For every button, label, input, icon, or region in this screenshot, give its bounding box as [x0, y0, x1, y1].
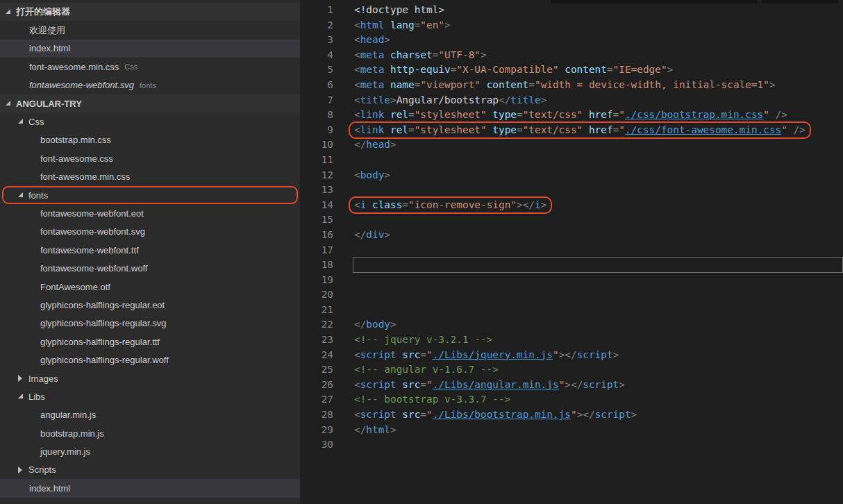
code-line-4[interactable]: 4<meta charset="UTF-8"> [300, 48, 843, 63]
file-item-index-html[interactable]: index.html [0, 479, 300, 497]
code-line-22[interactable]: 22</body> [300, 317, 843, 333]
code-line-13[interactable]: 13 [300, 183, 843, 198]
line-number[interactable]: 7 [300, 93, 333, 108]
line-number[interactable]: 11 [300, 153, 333, 168]
file-path-link[interactable]: ./Libs/angular.min.js [433, 379, 559, 390]
code-line-3[interactable]: 3<head> [300, 33, 843, 48]
file-item-font-awesome-min-css[interactable]: font-awesome.min.cssCss [0, 58, 300, 76]
code-editor[interactable]: 1<!doctype html>2<html lang="en">3<head>… [300, 0, 843, 504]
folder-item-images[interactable]: Images [0, 369, 300, 387]
code-line-7[interactable]: 7<title>Angular/bootstrap</title> [300, 93, 843, 108]
line-number[interactable]: 5 [300, 62, 333, 78]
chevron-expanded-icon[interactable] [18, 394, 23, 398]
code-line-6[interactable]: 6<meta name="viewport" content="width = … [300, 78, 843, 93]
file-path-link[interactable]: ./css/bootstrap.min.css [625, 109, 763, 120]
code-line-9[interactable]: 9<link rel="stylesheet" type="text/css" … [300, 123, 843, 138]
chevron-expanded-icon[interactable] [6, 9, 10, 14]
line-number[interactable]: 21 [300, 303, 333, 318]
code-line-27[interactable]: 27<!-- bootstrap v-3.3.7 --> [300, 392, 843, 408]
line-number[interactable]: 16 [300, 228, 333, 243]
line-number[interactable]: 23 [300, 333, 333, 348]
file-item-welcome[interactable]: 欢迎使用 [0, 21, 300, 39]
line-number[interactable]: 25 [300, 362, 333, 378]
code-line-18[interactable]: 18 [300, 258, 843, 273]
file-item-fontawesome-webfont-svg[interactable]: fontawesome-webfont.svgfonts [0, 76, 300, 94]
code-line-29[interactable]: 29</html> [300, 423, 843, 438]
code-line-8[interactable]: 8<link rel="stylesheet" type="text/css" … [300, 108, 843, 123]
code-line-25[interactable]: 25<!-- angular v-1.6.7 --> [300, 362, 843, 378]
line-number[interactable]: 14 [300, 198, 333, 213]
line-number[interactable]: 27 [300, 392, 333, 408]
file-item-font-awesome-css[interactable]: font-awesome.css [0, 149, 300, 167]
file-item-fontawesome-webfont-ttf[interactable]: fontawesome-webfont.ttf [0, 241, 300, 259]
file-item-fontawesome-webfont-woff[interactable]: fontawesome-webfont.woff [0, 259, 300, 277]
line-number[interactable]: 19 [300, 273, 333, 288]
code-line-15[interactable]: 15 [300, 212, 843, 228]
code-line-12[interactable]: 12<body> [300, 168, 843, 183]
code-line-20[interactable]: 20 [300, 287, 843, 303]
file-item-glyphicons-halflings-regular-ttf[interactable]: glyphicons-halflings-regular.ttf [0, 333, 300, 351]
line-number[interactable]: 29 [300, 423, 333, 438]
chevron-expanded-icon[interactable] [18, 119, 23, 124]
line-number[interactable]: 13 [300, 183, 333, 198]
file-item-index-html[interactable]: index.html [0, 40, 300, 58]
code-line-5[interactable]: 5<meta http-equiv="X-UA-Compatible" cont… [300, 62, 843, 78]
line-number[interactable]: 24 [300, 348, 333, 363]
folder-item-scripts[interactable]: Scripts [0, 461, 300, 479]
file-item-jquery-min-js[interactable]: jquery.min.js [0, 442, 300, 460]
line-number[interactable]: 2 [300, 18, 333, 33]
line-number[interactable]: 9 [300, 123, 333, 138]
code-line-24[interactable]: 24<script src="./Libs/jquery.min.js"></s… [300, 348, 843, 363]
line-number[interactable]: 17 [300, 243, 333, 258]
section-header-angular-try[interactable]: ANGULAR-TRY [0, 94, 300, 112]
file-item-angular-min-js[interactable]: angular.min.js [0, 406, 300, 424]
file-item-glyphicons-halflings-regular-svg[interactable]: glyphicons-halflings-regular.svg [0, 314, 300, 333]
code-line-11[interactable]: 11 [300, 153, 843, 168]
code-line-30[interactable]: 30 [300, 437, 843, 453]
folder-item-css[interactable]: Css [0, 112, 300, 131]
file-path-link[interactable]: ./Libs/jquery.min.js [433, 349, 553, 360]
file-item-glyphicons-halflings-regular-eot[interactable]: glyphicons-halflings-regular.eot [0, 296, 300, 314]
file-item-glyphicons-halflings-regular-woff[interactable]: glyphicons-halflings-regular.woff [0, 351, 300, 369]
code-line-19[interactable]: 19 [300, 273, 843, 288]
file-item-fontawesome-otf[interactable]: FontAwesome.otf [0, 278, 300, 296]
code-line-23[interactable]: 23<!-- jquery v-3.2.1 --> [300, 333, 843, 348]
line-number[interactable]: 3 [300, 33, 333, 48]
line-number[interactable]: 1 [300, 3, 333, 18]
folder-item-fonts[interactable]: fonts [0, 186, 300, 204]
file-item-fontawesome-webfont-svg[interactable]: fontawesome-webfont.svg [0, 223, 300, 241]
chevron-expanded-icon[interactable] [18, 192, 23, 197]
line-number[interactable]: 12 [300, 168, 333, 183]
file-item-bootstrap-min-css[interactable]: bootstrap.min.css [0, 131, 300, 149]
line-number[interactable]: 20 [300, 287, 333, 303]
code-line-26[interactable]: 26<script src="./Libs/angular.min.js"></… [300, 378, 843, 393]
file-item-fontawesome-webfont-eot[interactable]: fontawesome-webfont.eot [0, 204, 300, 222]
code-line-21[interactable]: 21 [300, 303, 843, 318]
section-header-open-editors[interactable]: 打开的编辑器 [0, 3, 300, 21]
code-line-16[interactable]: 16</div> [300, 228, 843, 243]
code-line-2[interactable]: 2<html lang="en"> [300, 18, 843, 33]
line-number[interactable]: 18 [300, 258, 333, 273]
line-number[interactable]: 26 [300, 378, 333, 393]
folder-item-libs[interactable]: Libs [0, 387, 300, 405]
code-line-28[interactable]: 28<script src="./Libs/bootstrap.min.js">… [300, 408, 843, 423]
chevron-expanded-icon[interactable] [6, 101, 10, 106]
line-number[interactable]: 15 [300, 212, 333, 228]
file-item-font-awesome-min-css[interactable]: font-awesome.min.css [0, 168, 300, 186]
chevron-collapsed-icon[interactable] [18, 467, 22, 473]
file-path-link[interactable]: ./css/font-awesome.min.css [625, 124, 781, 135]
code-line-10[interactable]: 10</head> [300, 137, 843, 153]
code-line-1[interactable]: 1<!doctype html> [300, 3, 843, 18]
file-item-bootstrap-min-js[interactable]: bootstrap.min.js [0, 424, 300, 442]
code-line-14[interactable]: 14<i class="icon-remove-sign"></i> [300, 198, 843, 213]
line-number[interactable]: 28 [300, 408, 333, 423]
line-number[interactable]: 30 [300, 437, 333, 453]
line-number[interactable]: 22 [300, 317, 333, 333]
line-number[interactable]: 4 [300, 48, 333, 63]
line-number[interactable]: 6 [300, 78, 333, 93]
line-number[interactable]: 10 [300, 137, 333, 153]
file-path-link[interactable]: ./Libs/bootstrap.min.js [433, 409, 571, 420]
line-number[interactable]: 8 [300, 108, 333, 123]
chevron-collapsed-icon[interactable] [18, 375, 22, 382]
code-line-17[interactable]: 17 [300, 243, 843, 258]
